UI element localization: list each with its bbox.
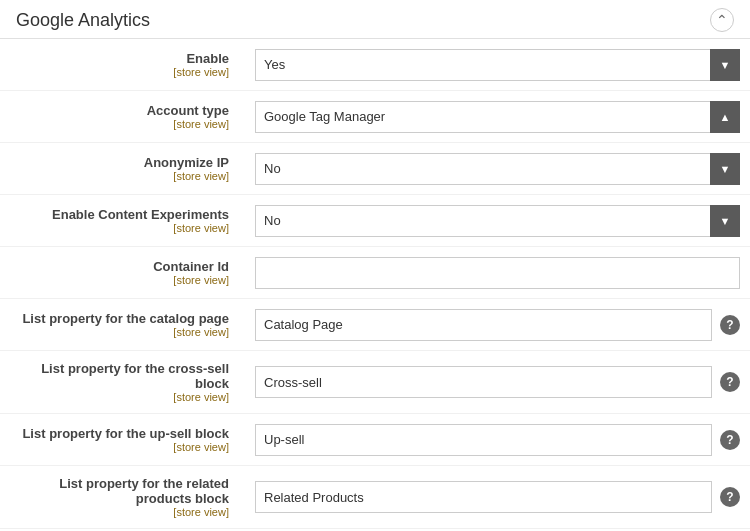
label-cell-container_id: Container Id[store view]: [0, 249, 245, 296]
select-anonymize_ip[interactable]: YesNo: [255, 153, 740, 185]
select-wrapper-anonymize_ip: YesNo▼: [255, 153, 740, 185]
store-view-list_property_related_products: [store view]: [10, 506, 229, 518]
form-row-enable_content_experiments: Enable Content Experiments[store view]Ye…: [0, 195, 750, 247]
control-cell-list_property_cross_sell: ?: [245, 358, 750, 406]
help-icon-list_property_cross_sell[interactable]: ?: [720, 372, 740, 392]
control-cell-list_property_catalog: ?: [245, 301, 750, 349]
field-label-list_property_related_products: List property for the related products b…: [10, 476, 229, 506]
label-cell-anonymize_ip: Anonymize IP[store view]: [0, 145, 245, 192]
control-cell-anonymize_ip: YesNo▼: [245, 145, 750, 193]
form-row-container_id: Container Id[store view]: [0, 247, 750, 299]
field-label-account_type: Account type: [10, 103, 229, 118]
store-view-list_property_up_sell: [store view]: [10, 441, 229, 453]
label-cell-list_property_catalog: List property for the catalog page[store…: [0, 301, 245, 348]
form-row-account_type: Account type[store view]Google Analytics…: [0, 91, 750, 143]
control-cell-list_property_up_sell: ?: [245, 416, 750, 464]
select-wrapper-enable: YesNo▼: [255, 49, 740, 81]
form-row-list_property_cross_sell: List property for the cross-sell block[s…: [0, 351, 750, 414]
page-header: Google Analytics ⌃: [0, 0, 750, 39]
select-account_type[interactable]: Google AnalyticsGoogle Tag ManagerUniver…: [255, 101, 740, 133]
form-row-list_property_related_products: List property for the related products b…: [0, 466, 750, 529]
form-container: Enable[store view]YesNo▼Account type[sto…: [0, 39, 750, 531]
select-enable_content_experiments[interactable]: YesNo: [255, 205, 740, 237]
form-row-anonymize_ip: Anonymize IP[store view]YesNo▼: [0, 143, 750, 195]
input-container_id[interactable]: [255, 257, 740, 289]
field-label-list_property_cross_sell: List property for the cross-sell block: [10, 361, 229, 391]
form-row-enable: Enable[store view]YesNo▼: [0, 39, 750, 91]
store-view-enable_content_experiments: [store view]: [10, 222, 229, 234]
input-list_property_cross_sell[interactable]: [255, 366, 712, 398]
collapse-button[interactable]: ⌃: [710, 8, 734, 32]
help-icon-list_property_related_products[interactable]: ?: [720, 487, 740, 507]
main-content: Enable[store view]YesNo▼Account type[sto…: [0, 39, 750, 531]
select-wrapper-account_type: Google AnalyticsGoogle Tag ManagerUniver…: [255, 101, 740, 133]
page-title: Google Analytics: [16, 10, 150, 31]
field-label-anonymize_ip: Anonymize IP: [10, 155, 229, 170]
label-cell-enable: Enable[store view]: [0, 41, 245, 88]
field-label-list_property_catalog: List property for the catalog page: [10, 311, 229, 326]
label-cell-list_property_cross_sell: List property for the cross-sell block[s…: [0, 351, 245, 413]
store-view-enable: [store view]: [10, 66, 229, 78]
control-cell-enable_content_experiments: YesNo▼: [245, 197, 750, 245]
help-icon-list_property_up_sell[interactable]: ?: [720, 430, 740, 450]
input-list_property_catalog[interactable]: [255, 309, 712, 341]
form-row-list_property_up_sell: List property for the up-sell block[stor…: [0, 414, 750, 466]
input-list_property_related_products[interactable]: [255, 481, 712, 513]
select-enable[interactable]: YesNo: [255, 49, 740, 81]
store-view-list_property_catalog: [store view]: [10, 326, 229, 338]
store-view-account_type: [store view]: [10, 118, 229, 130]
label-cell-list_property_related_products: List property for the related products b…: [0, 466, 245, 528]
field-label-list_property_up_sell: List property for the up-sell block: [10, 426, 229, 441]
label-cell-list_property_up_sell: List property for the up-sell block[stor…: [0, 416, 245, 463]
control-cell-list_property_related_products: ?: [245, 473, 750, 521]
help-icon-list_property_catalog[interactable]: ?: [720, 315, 740, 335]
label-cell-account_type: Account type[store view]: [0, 93, 245, 140]
label-cell-enable_content_experiments: Enable Content Experiments[store view]: [0, 197, 245, 244]
input-list_property_up_sell[interactable]: [255, 424, 712, 456]
select-wrapper-enable_content_experiments: YesNo▼: [255, 205, 740, 237]
store-view-anonymize_ip: [store view]: [10, 170, 229, 182]
control-cell-enable: YesNo▼: [245, 41, 750, 89]
store-view-container_id: [store view]: [10, 274, 229, 286]
control-cell-container_id: [245, 249, 750, 297]
field-label-container_id: Container Id: [10, 259, 229, 274]
control-cell-account_type: Google AnalyticsGoogle Tag ManagerUniver…: [245, 93, 750, 141]
store-view-list_property_cross_sell: [store view]: [10, 391, 229, 403]
field-label-enable: Enable: [10, 51, 229, 66]
field-label-enable_content_experiments: Enable Content Experiments: [10, 207, 229, 222]
form-row-list_property_catalog: List property for the catalog page[store…: [0, 299, 750, 351]
